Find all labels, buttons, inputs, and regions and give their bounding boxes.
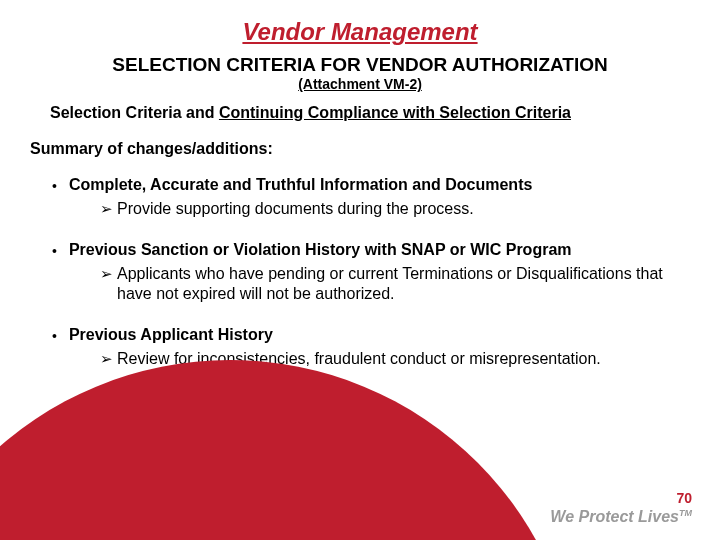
list-item: • Previous Sanction or Violation History… bbox=[40, 241, 680, 304]
bullet-heading: Previous Applicant History bbox=[69, 326, 273, 344]
section-underlined: Continuing Compliance with Selection Cri… bbox=[219, 104, 571, 121]
arrow-icon: ➢ bbox=[100, 264, 113, 284]
page-number: 70 bbox=[550, 490, 692, 506]
section-prefix: Selection Criteria and bbox=[50, 104, 219, 121]
bullet-icon: • bbox=[52, 326, 57, 346]
list-item: • Complete, Accurate and Truthful Inform… bbox=[40, 176, 680, 219]
attachment-label: (Attachment VM-2) bbox=[40, 76, 680, 92]
list-item: • Previous Applicant History ➢ Review fo… bbox=[40, 326, 680, 369]
bullet-heading: Previous Sanction or Violation History w… bbox=[69, 241, 572, 259]
section-heading: Selection Criteria and Continuing Compli… bbox=[50, 104, 680, 122]
slide-subtitle: SELECTION CRITERIA FOR VENDOR AUTHORIZAT… bbox=[40, 54, 680, 76]
arrow-icon: ➢ bbox=[100, 199, 113, 219]
summary-label: Summary of changes/additions: bbox=[30, 140, 680, 158]
footer: 70 We Protect LivesTM bbox=[550, 490, 692, 526]
corner-decoration bbox=[0, 360, 580, 540]
slide: Vendor Management SELECTION CRITERIA FOR… bbox=[0, 0, 720, 540]
trademark-icon: TM bbox=[679, 508, 692, 518]
bullet-heading: Complete, Accurate and Truthful Informat… bbox=[69, 176, 532, 194]
bullet-subtext: Applicants who have pending or current T… bbox=[117, 264, 680, 304]
tagline: We Protect LivesTM bbox=[550, 508, 692, 526]
slide-title: Vendor Management bbox=[40, 18, 680, 46]
bullet-list: • Complete, Accurate and Truthful Inform… bbox=[40, 176, 680, 369]
bullet-subtext: Provide supporting documents during the … bbox=[117, 199, 680, 219]
arrow-icon: ➢ bbox=[100, 349, 113, 369]
tagline-text: We Protect Lives bbox=[550, 508, 679, 525]
bullet-icon: • bbox=[52, 176, 57, 196]
bullet-icon: • bbox=[52, 241, 57, 261]
